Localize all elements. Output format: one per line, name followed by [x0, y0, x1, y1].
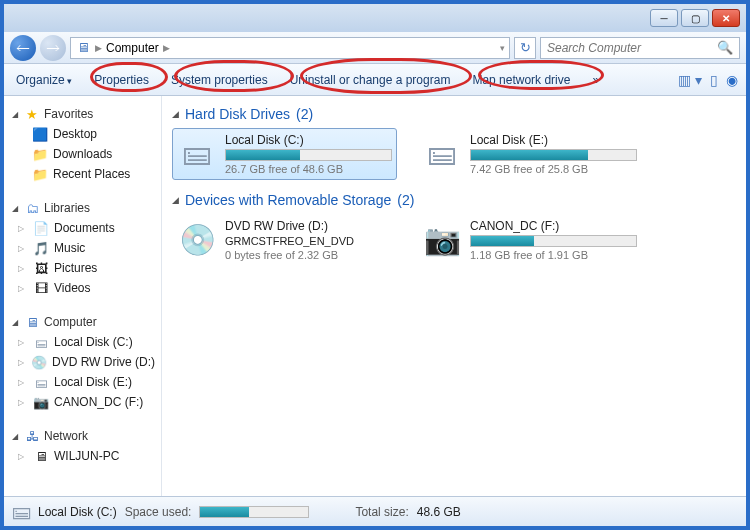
command-toolbar: Organize Properties System properties Un… [4, 64, 746, 96]
computer-icon: 🖥 [24, 314, 40, 330]
search-input[interactable] [547, 41, 717, 55]
libraries-group: ◢🗂Libraries ▷📄Documents ▷🎵Music ▷🖼Pictur… [8, 198, 157, 298]
drive-icon: 🖴 [33, 374, 49, 390]
minimize-button[interactable]: ─ [650, 9, 678, 27]
uninstall-program-button[interactable]: Uninstall or change a program [286, 71, 455, 89]
sidebar-item-pictures[interactable]: ▷🖼Pictures [8, 258, 157, 278]
sidebar-item-dvd-drive[interactable]: ▷💿DVD RW Drive (D:) G [8, 352, 157, 372]
details-pane: 🖴 Local Disk (C:) Space used: Total size… [4, 496, 746, 526]
drive-info: 1.18 GB free of 1.91 GB [470, 249, 637, 261]
properties-button[interactable]: Properties [90, 71, 153, 89]
favorites-group: ◢★Favorites 🟦Desktop 📁Downloads 📁Recent … [8, 104, 157, 184]
sidebar-item-network-pc[interactable]: ▷🖥WILJUN-PC [8, 446, 157, 466]
camera-icon: 📷 [422, 219, 462, 259]
sidebar-item-documents[interactable]: ▷📄Documents [8, 218, 157, 238]
search-icon: 🔍 [717, 40, 733, 55]
sidebar-item-local-disk-e[interactable]: ▷🖴Local Disk (E:) [8, 372, 157, 392]
drive-label: Local Disk (C:) [225, 133, 392, 147]
back-button[interactable]: 🡐 [10, 35, 36, 61]
disc-icon: 💿 [177, 219, 217, 259]
drive-info: 0 bytes free of 2.32 GB [225, 249, 392, 261]
sidebar-item-music[interactable]: ▷🎵Music [8, 238, 157, 258]
disc-icon: 💿 [31, 354, 47, 370]
drive-info: 7.42 GB free of 25.8 GB [470, 163, 637, 175]
address-segment[interactable]: Computer [106, 41, 159, 55]
search-box[interactable]: 🔍 [540, 37, 740, 59]
desktop-icon: 🟦 [32, 126, 48, 142]
drive-icon: 🖴 [422, 133, 462, 173]
documents-icon: 📄 [33, 220, 49, 236]
camera-icon: 📷 [33, 394, 49, 410]
close-button[interactable]: ✕ [712, 9, 740, 27]
system-properties-button[interactable]: System properties [167, 71, 272, 89]
sidebar-item-canon-dc[interactable]: ▷📷CANON_DC (F:) [8, 392, 157, 412]
forward-button[interactable]: 🡒 [40, 35, 66, 61]
window-titlebar: ─ ▢ ✕ [4, 4, 746, 32]
sidebar-item-recent-places[interactable]: 📁Recent Places [8, 164, 157, 184]
drive-local-disk-e[interactable]: 🖴 Local Disk (E:) 7.42 GB free of 25.8 G… [417, 128, 642, 180]
map-network-drive-button[interactable]: Map network drive [468, 71, 574, 89]
content-pane: ◢Hard Disk Drives (2) 🖴 Local Disk (C:) … [162, 96, 746, 496]
status-usage-bar [199, 506, 309, 518]
preview-pane-button[interactable]: ▯ [710, 72, 718, 88]
network-icon: 🖧 [24, 428, 40, 444]
status-space-label: Space used: [125, 505, 192, 519]
usage-bar [470, 235, 637, 247]
sidebar-item-downloads[interactable]: 📁Downloads [8, 144, 157, 164]
drive-sublabel: GRMCSTFREO_EN_DVD [225, 235, 392, 247]
drive-icon: 🖴 [177, 133, 217, 173]
computer-header[interactable]: ◢🖥Computer [8, 312, 157, 332]
drive-info: 26.7 GB free of 48.6 GB [225, 163, 392, 175]
help-button[interactable]: ◉ [726, 72, 738, 88]
toolbar-overflow[interactable]: » [588, 71, 603, 89]
chevron-right-icon: ▶ [95, 43, 102, 53]
drive-dvd-rw[interactable]: 💿 DVD RW Drive (D:) GRMCSTFREO_EN_DVD 0 … [172, 214, 397, 266]
address-dropdown-icon[interactable]: ▾ [500, 43, 505, 53]
status-drive-name: Local Disk (C:) [38, 505, 117, 519]
network-header[interactable]: ◢🖧Network [8, 426, 157, 446]
pictures-icon: 🖼 [33, 260, 49, 276]
folder-icon: 📁 [32, 166, 48, 182]
drive-local-disk-c[interactable]: 🖴 Local Disk (C:) 26.7 GB free of 48.6 G… [172, 128, 397, 180]
drive-canon-dc[interactable]: 📷 CANON_DC (F:) 1.18 GB free of 1.91 GB [417, 214, 642, 266]
drive-icon: 🖴 [14, 504, 30, 520]
status-total-value: 48.6 GB [417, 505, 461, 519]
usage-bar [470, 149, 637, 161]
navigation-pane: ◢★Favorites 🟦Desktop 📁Downloads 📁Recent … [4, 96, 162, 496]
sidebar-item-local-disk-c[interactable]: ▷🖴Local Disk (C:) [8, 332, 157, 352]
group-hard-disk-drives[interactable]: ◢Hard Disk Drives (2) [172, 106, 736, 122]
drive-label: CANON_DC (F:) [470, 219, 637, 233]
videos-icon: 🎞 [33, 280, 49, 296]
sidebar-item-videos[interactable]: ▷🎞Videos [8, 278, 157, 298]
libraries-header[interactable]: ◢🗂Libraries [8, 198, 157, 218]
star-icon: ★ [24, 106, 40, 122]
drive-label: DVD RW Drive (D:) [225, 219, 392, 233]
network-group: ◢🖧Network ▷🖥WILJUN-PC [8, 426, 157, 466]
usage-bar [225, 149, 392, 161]
favorites-header[interactable]: ◢★Favorites [8, 104, 157, 124]
computer-icon: 🖥 [75, 40, 91, 56]
drive-icon: 🖴 [33, 334, 49, 350]
maximize-button[interactable]: ▢ [681, 9, 709, 27]
sidebar-item-desktop[interactable]: 🟦Desktop [8, 124, 157, 144]
folder-icon: 📁 [32, 146, 48, 162]
refresh-button[interactable]: ↻ [514, 37, 536, 59]
group-removable-storage[interactable]: ◢Devices with Removable Storage (2) [172, 192, 736, 208]
music-icon: 🎵 [33, 240, 49, 256]
address-bar[interactable]: 🖥 ▶ Computer ▶ ▾ [70, 37, 510, 59]
chevron-right-icon: ▶ [163, 43, 170, 53]
libraries-icon: 🗂 [24, 200, 40, 216]
status-total-label: Total size: [355, 505, 408, 519]
computer-group: ◢🖥Computer ▷🖴Local Disk (C:) ▷💿DVD RW Dr… [8, 312, 157, 412]
organize-menu[interactable]: Organize [12, 71, 76, 89]
drive-label: Local Disk (E:) [470, 133, 637, 147]
address-bar-row: 🡐 🡒 🖥 ▶ Computer ▶ ▾ ↻ 🔍 [4, 32, 746, 64]
pc-icon: 🖥 [33, 448, 49, 464]
view-options-button[interactable]: ▥ ▾ [678, 72, 702, 88]
